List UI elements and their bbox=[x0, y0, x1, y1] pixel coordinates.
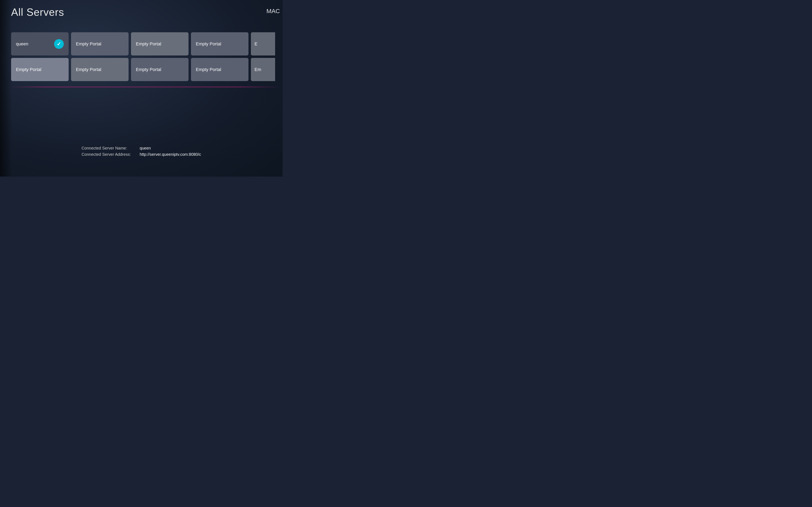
server-address-label: Connected Server Address: bbox=[82, 152, 138, 157]
server-tile-queen-label: queen bbox=[16, 41, 28, 47]
server-tile-empty6-label: Empty Portal bbox=[76, 67, 101, 72]
server-tile-partial1-label: E bbox=[255, 41, 258, 47]
server-tile-empty5[interactable]: Empty Portal bbox=[11, 58, 69, 81]
server-name-label: Connected Server Name: bbox=[82, 146, 138, 151]
server-tile-empty1[interactable]: Empty Portal bbox=[71, 32, 128, 55]
mac-label: MAC bbox=[266, 8, 283, 14]
server-tile-queen[interactable]: queen bbox=[11, 32, 69, 55]
check-icon bbox=[54, 39, 64, 49]
page-title: All Servers bbox=[11, 6, 64, 18]
server-tile-empty8-label: Empty Portal bbox=[196, 67, 221, 72]
server-tile-empty5-label: Empty Portal bbox=[16, 67, 41, 72]
server-tile-partial2-label: Em bbox=[255, 67, 261, 72]
bottom-info: Connected Server Name: queen Connected S… bbox=[82, 146, 201, 158]
server-tile-partial1[interactable]: E bbox=[251, 32, 275, 55]
server-name-row: Connected Server Name: queen bbox=[82, 146, 201, 151]
server-tile-empty8[interactable]: Empty Portal bbox=[191, 58, 249, 81]
page-content: All Servers MAC queen Empty Portal Empty… bbox=[0, 0, 283, 176]
server-tile-empty3[interactable]: Empty Portal bbox=[191, 32, 249, 55]
server-grid: queen Empty Portal Empty Portal Empty Po… bbox=[11, 32, 283, 81]
server-tile-empty6[interactable]: Empty Portal bbox=[71, 58, 128, 81]
server-tile-empty7-label: Empty Portal bbox=[136, 67, 161, 72]
server-address-row: Connected Server Address: http://server.… bbox=[82, 152, 201, 157]
server-address-value: http://server.queeniptv.com:8080/c bbox=[140, 152, 201, 157]
server-tile-empty1-label: Empty Portal bbox=[76, 41, 101, 47]
server-tile-empty3-label: Empty Portal bbox=[196, 41, 221, 47]
server-name-value: queen bbox=[140, 146, 151, 151]
server-tile-partial2[interactable]: Em bbox=[251, 58, 275, 81]
server-tile-empty7[interactable]: Empty Portal bbox=[131, 58, 188, 81]
server-tile-empty2[interactable]: Empty Portal bbox=[131, 32, 188, 55]
server-tile-empty2-label: Empty Portal bbox=[136, 41, 161, 47]
divider-line bbox=[0, 87, 283, 87]
